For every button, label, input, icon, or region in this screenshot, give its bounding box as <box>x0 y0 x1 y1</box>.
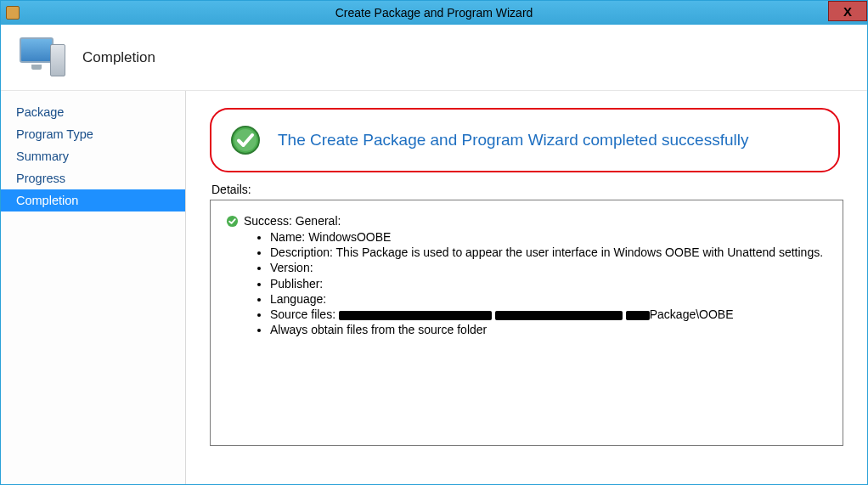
sidebar-item-summary[interactable]: Summary <box>1 145 185 167</box>
detail-header-row: Success: General: <box>226 214 827 228</box>
titlebar: Create Package and Program Wizard X <box>1 1 867 25</box>
close-button[interactable]: X <box>828 1 867 21</box>
detail-language: Language: <box>270 291 827 307</box>
details-box[interactable]: Success: General: Name: WindowsOOBE Desc… <box>210 200 843 446</box>
detail-source-files: Source files: Package\OOBE <box>270 307 827 322</box>
page-title: Completion <box>82 49 155 66</box>
details-label: Details: <box>211 183 843 196</box>
detail-publisher: Publisher: <box>270 276 827 291</box>
redacted-text <box>339 311 492 320</box>
check-circle-icon <box>230 125 261 155</box>
detail-version: Version: <box>270 260 827 275</box>
detail-list: Name: WindowsOOBE Description: This Pack… <box>226 229 827 337</box>
computer-icon <box>20 37 65 78</box>
success-callout: The Create Package and Program Wizard co… <box>210 108 840 172</box>
window-title: Create Package and Program Wizard <box>335 6 533 20</box>
wizard-content: The Create Package and Program Wizard co… <box>186 91 867 484</box>
wizard-window: Create Package and Program Wizard X Comp… <box>0 0 868 485</box>
redacted-text <box>626 311 650 320</box>
detail-header-text: Success: General: <box>244 214 341 228</box>
sidebar-item-completion[interactable]: Completion <box>1 189 185 211</box>
wizard-header: Completion <box>1 25 867 91</box>
sidebar-item-progress[interactable]: Progress <box>1 167 185 189</box>
wizard-steps-sidebar: Package Program Type Summary Progress Co… <box>1 91 186 484</box>
small-check-icon <box>226 215 239 228</box>
detail-description: Description: This Package is used to app… <box>270 245 827 260</box>
wizard-body: Package Program Type Summary Progress Co… <box>1 91 867 484</box>
detail-name: Name: WindowsOOBE <box>270 229 827 245</box>
sidebar-item-program-type[interactable]: Program Type <box>1 123 185 145</box>
success-message: The Create Package and Program Wizard co… <box>278 131 748 149</box>
app-icon <box>6 6 20 20</box>
close-icon: X <box>843 4 852 19</box>
sidebar-item-package[interactable]: Package <box>1 101 185 123</box>
redacted-text <box>495 311 623 320</box>
detail-always-obtain: Always obtain files from the source fold… <box>270 322 827 337</box>
